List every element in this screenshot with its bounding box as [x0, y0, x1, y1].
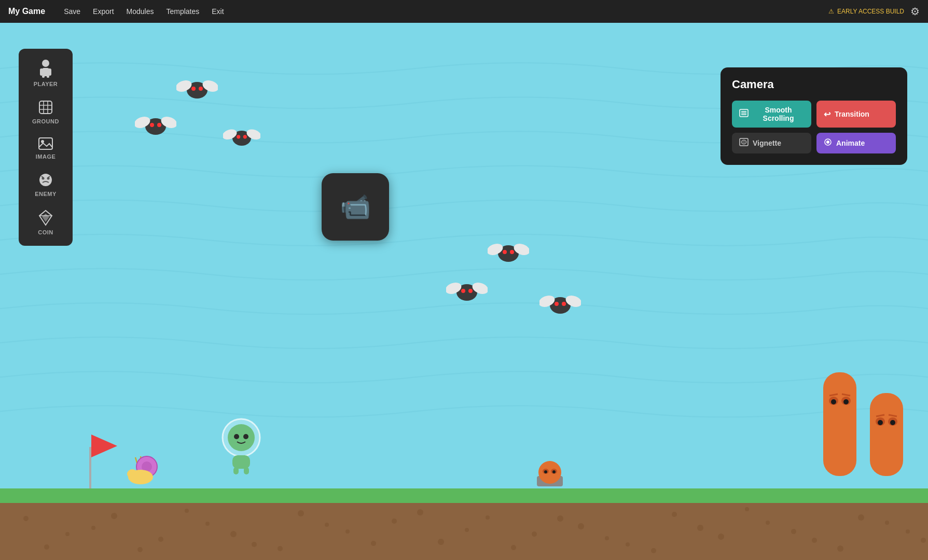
svg-point-87: [230, 531, 237, 537]
vignette-icon: [739, 138, 749, 148]
menu-save[interactable]: Save: [58, 5, 87, 18]
svg-rect-49: [870, 393, 903, 476]
svg-point-82: [906, 529, 910, 534]
svg-point-65: [111, 513, 117, 519]
svg-point-90: [371, 541, 376, 546]
svg-rect-42: [244, 467, 249, 474]
snail-character[interactable]: [127, 455, 163, 488]
svg-point-8: [150, 123, 154, 127]
enemy-bat-6[interactable]: [539, 290, 581, 318]
svg-rect-105: [40, 68, 43, 76]
svg-point-23: [461, 289, 465, 293]
smooth-scrolling-button[interactable]: Smooth Scrolling: [732, 101, 811, 128]
enemy-bat-1[interactable]: [176, 75, 218, 103]
svg-point-81: [858, 514, 864, 521]
orange-monster-large[interactable]: [866, 393, 907, 488]
svg-point-78: [718, 534, 724, 540]
svg-point-68: [252, 542, 257, 547]
player-character[interactable]: [218, 418, 265, 477]
menu-templates[interactable]: Templates: [160, 5, 205, 18]
turret-enemy[interactable]: [534, 458, 565, 488]
smooth-scrolling-label: Smooth Scrolling: [753, 106, 804, 122]
svg-point-75: [578, 523, 584, 529]
transition-icon: ↩: [824, 109, 830, 119]
svg-point-38: [234, 434, 239, 439]
svg-point-13: [237, 135, 240, 138]
transition-button[interactable]: ↩ Transition: [816, 101, 896, 128]
svg-point-64: [65, 532, 70, 536]
menu-modules[interactable]: Modules: [120, 5, 160, 18]
svg-point-94: [557, 515, 563, 522]
svg-point-37: [228, 424, 255, 451]
svg-point-99: [791, 529, 796, 534]
svg-point-66: [158, 537, 163, 542]
enemy-bat-2[interactable]: [135, 111, 176, 139]
svg-point-102: [921, 538, 926, 543]
svg-point-80: [812, 538, 817, 543]
enemy-bat-4[interactable]: [488, 238, 529, 266]
svg-point-92: [465, 528, 469, 532]
enemy-bat-5[interactable]: [446, 277, 488, 305]
orange-monster-tall[interactable]: [819, 372, 861, 488]
camera-object[interactable]: 📹: [322, 173, 389, 241]
sidebar-item-player[interactable]: PLAYER: [22, 54, 69, 92]
ground-grass: [0, 488, 928, 503]
sidebar-label-coin: COIN: [38, 229, 53, 235]
sidebar-item-coin[interactable]: COIN: [22, 204, 69, 241]
svg-rect-41: [233, 467, 239, 474]
svg-point-4: [199, 87, 203, 91]
smooth-scrolling-icon: [739, 109, 749, 119]
svg-point-44: [538, 461, 561, 484]
sidebar-item-image[interactable]: IMAGE: [22, 132, 69, 165]
camera-panel: Camera Smooth Scrolling ↩ Transition: [721, 67, 907, 165]
svg-point-28: [555, 302, 559, 306]
svg-point-97: [697, 525, 703, 531]
coin-icon: [38, 209, 53, 226]
svg-point-129: [741, 140, 746, 144]
svg-point-77: [672, 512, 677, 517]
sidebar-item-enemy[interactable]: ENEMY: [22, 167, 69, 202]
svg-point-79: [766, 521, 770, 525]
main-area: 📹: [0, 23, 928, 560]
svg-point-39: [243, 434, 248, 439]
animate-label: Animate: [836, 139, 865, 147]
animate-button[interactable]: Animate: [816, 133, 896, 153]
svg-point-14: [243, 135, 247, 138]
svg-point-84: [91, 526, 95, 530]
svg-rect-109: [39, 101, 52, 114]
video-camera-icon: 📹: [340, 192, 371, 221]
svg-point-93: [511, 545, 516, 550]
svg-point-3: [191, 87, 196, 91]
sidebar-item-ground[interactable]: GROUND: [22, 94, 69, 130]
vignette-button[interactable]: Vignette: [732, 133, 811, 153]
svg-point-83: [44, 544, 49, 550]
svg-point-101: [885, 521, 889, 525]
svg-point-60: [843, 399, 849, 404]
ground-dirt: [0, 503, 928, 560]
svg-point-131: [826, 141, 829, 144]
svg-point-67: [205, 522, 210, 526]
svg-point-100: [837, 545, 843, 552]
menu-export[interactable]: Export: [87, 5, 120, 18]
topbar: My Game Save Export Modules Templates Ex…: [0, 0, 928, 23]
svg-point-98: [745, 507, 749, 511]
camera-panel-title: Camera: [732, 78, 896, 91]
sidebar-label-ground: GROUND: [32, 118, 59, 124]
svg-point-86: [185, 509, 189, 513]
svg-point-73: [486, 515, 490, 520]
svg-point-116: [39, 174, 52, 186]
svg-rect-106: [48, 68, 51, 76]
game-title: My Game: [8, 7, 45, 16]
ground-icon: [38, 100, 53, 115]
settings-icon[interactable]: ⚙: [910, 5, 920, 18]
enemy-bat-3[interactable]: [223, 124, 260, 150]
svg-point-35: [127, 469, 137, 479]
svg-point-63: [23, 516, 29, 521]
svg-point-103: [42, 60, 49, 67]
svg-point-89: [325, 523, 329, 527]
svg-point-53: [890, 420, 895, 425]
svg-point-19: [510, 250, 514, 254]
svg-point-115: [41, 140, 44, 143]
menu-exit[interactable]: Exit: [205, 5, 230, 18]
svg-point-18: [503, 250, 507, 254]
